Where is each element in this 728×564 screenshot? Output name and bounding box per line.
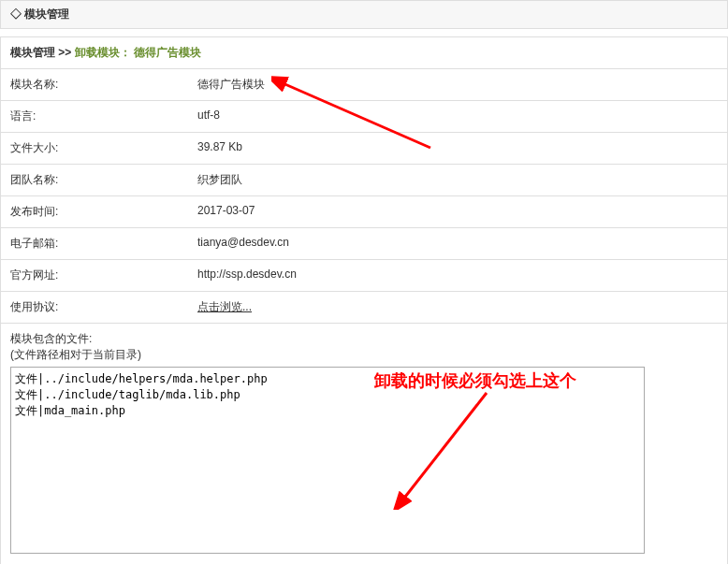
- diamond-icon: ◇: [10, 7, 22, 21]
- team-value: 织梦团队: [188, 165, 727, 195]
- content-box: 模块管理 >> 卸载模块： 德得广告模块 模块名称: 德得广告模块 语言: ut…: [0, 36, 728, 564]
- language-label: 语言:: [1, 101, 188, 132]
- url-label: 官方网址:: [1, 260, 188, 291]
- files-label: 模块包含的文件:: [10, 331, 718, 347]
- page-title: 模块管理: [24, 7, 69, 21]
- files-textarea[interactable]: [10, 367, 645, 554]
- file-size-value: 39.87 Kb: [188, 133, 727, 164]
- publish-label: 发布时间:: [1, 196, 188, 227]
- team-label: 团队名称:: [1, 165, 188, 195]
- file-size-label: 文件大小:: [1, 133, 188, 164]
- publish-value: 2017-03-07: [188, 196, 727, 227]
- module-name-value: 德得广告模块: [188, 69, 727, 100]
- breadcrumb-current: 卸载模块： 德得广告模块: [75, 46, 201, 59]
- breadcrumb-root[interactable]: 模块管理: [10, 46, 55, 59]
- email-label: 电子邮箱:: [1, 228, 188, 259]
- breadcrumb: 模块管理 >> 卸载模块： 德得广告模块: [1, 37, 727, 69]
- module-name-label: 模块名称:: [1, 69, 188, 100]
- url-value: http://ssp.desdev.cn: [188, 260, 727, 291]
- email-value: tianya@desdev.cn: [188, 228, 727, 259]
- license-label: 使用协议:: [1, 292, 188, 323]
- annotation-text: 卸载的时候必须勾选上这个: [374, 369, 576, 392]
- files-sublabel: (文件路径相对于当前目录): [10, 347, 718, 363]
- language-value: utf-8: [188, 101, 727, 132]
- license-link[interactable]: 点击浏览...: [197, 300, 252, 313]
